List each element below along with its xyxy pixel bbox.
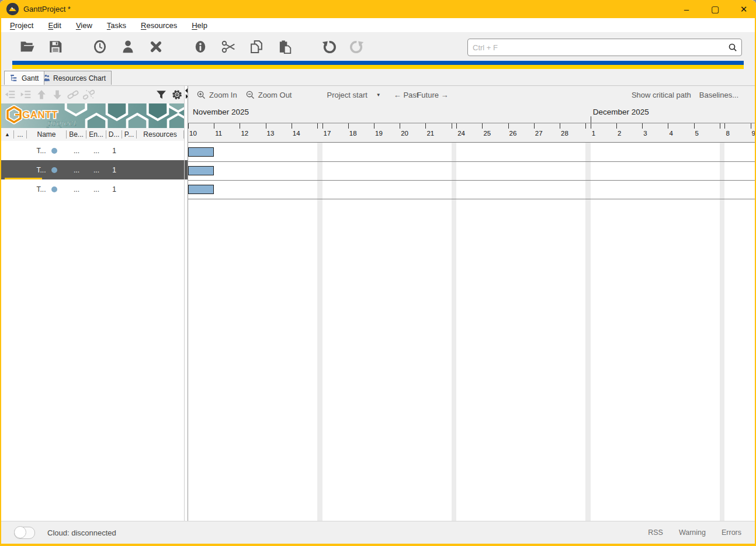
chart-row-separator: [188, 199, 755, 199]
timeline-day-cell: 17: [322, 123, 348, 143]
ganttproject-logo-banner: GANTT project: [1, 103, 184, 128]
paste-button[interactable]: [276, 39, 293, 55]
task-name-cell: T...: [27, 147, 67, 155]
menu-view[interactable]: View: [72, 20, 96, 31]
link-tasks-button: [66, 88, 80, 101]
timeline-day-cell: 18: [348, 123, 374, 143]
weekend-band: [585, 143, 591, 521]
menu-resources[interactable]: Resources: [137, 20, 181, 31]
task-color-dot: [51, 148, 57, 154]
scroll-future-button[interactable]: Future →: [417, 91, 448, 99]
timeline-day-cell: 14: [292, 123, 317, 143]
undo-button[interactable]: [321, 39, 337, 55]
menu-edit[interactable]: Edit: [44, 20, 65, 31]
table-row[interactable]: T.........1: [1, 141, 184, 160]
chevron-down-icon: ▼: [376, 92, 381, 98]
column-header-[interactable]: ...: [14, 130, 27, 139]
column-header-p[interactable]: P...: [122, 130, 137, 139]
menu-tasks[interactable]: Tasks: [103, 20, 130, 31]
properties-button[interactable]: [192, 39, 209, 55]
menu-help[interactable]: Help: [188, 20, 211, 31]
zoom-out-button[interactable]: Zoom Out: [245, 90, 292, 100]
delete-button[interactable]: [148, 39, 164, 55]
show-critical-path-button[interactable]: Show critical path: [632, 91, 691, 99]
search-input[interactable]: [468, 43, 728, 52]
timeline-day-cell: 5: [694, 123, 720, 143]
task-end-cell: ...: [86, 185, 106, 193]
task-table-header: ▲...NameBe...En...D...P...Resources: [1, 128, 184, 141]
chart-row-separator: [188, 161, 755, 162]
new-task-button[interactable]: [92, 39, 108, 55]
baselines-button[interactable]: Baselines...: [699, 91, 738, 99]
timeline-weekend-cell: [720, 123, 725, 143]
timeline-day-cell: 10: [188, 123, 214, 143]
task-bar[interactable]: [188, 166, 214, 175]
task-end-cell: ...: [86, 166, 106, 174]
chart-row-separator: [188, 180, 755, 181]
open-project-button[interactable]: [19, 39, 36, 55]
search-icon[interactable]: [728, 43, 737, 52]
task-table-panel: GANTT project ▲...NameBe...En...D...P...…: [1, 86, 184, 521]
minimize-button[interactable]: –: [681, 0, 692, 18]
column-header-resources[interactable]: Resources: [137, 130, 184, 139]
menubar: ProjectEditViewTasksResourcesHelp: [1, 18, 755, 32]
flag-stripe-blue: [12, 61, 744, 65]
unlink-tasks-button: [82, 88, 96, 101]
save-project-button[interactable]: [47, 39, 64, 55]
maximize-button[interactable]: ▢: [710, 0, 720, 18]
task-begin-cell: ...: [67, 166, 86, 174]
status-link-errors[interactable]: Errors: [722, 528, 741, 537]
timeline-day-cell: 20: [400, 123, 425, 143]
column-header-[interactable]: ▲: [1, 130, 14, 139]
task-bar[interactable]: [188, 147, 214, 157]
timeline-day-cell: 1: [591, 123, 616, 143]
main-area: GANTT project ▲...NameBe...En...D...P...…: [1, 85, 755, 521]
status-link-warning[interactable]: Warning: [679, 528, 706, 537]
project-start-dropdown[interactable]: Project start ▼: [327, 91, 380, 99]
task-table-rows: T.........1T.........1T.........1: [1, 141, 184, 199]
close-button[interactable]: ✕: [738, 0, 749, 18]
column-header-name[interactable]: Name: [27, 130, 67, 139]
cloud-toggle[interactable]: [14, 527, 35, 539]
view-tabbar: Gantt Resources Chart: [1, 69, 755, 85]
weekend-band: [720, 143, 725, 521]
main-toolbar: [1, 32, 755, 61]
task-bar[interactable]: [188, 185, 214, 194]
task-duration-cell: 1: [106, 166, 122, 174]
filter-button[interactable]: [154, 88, 168, 101]
new-resource-button[interactable]: [120, 39, 136, 55]
table-row[interactable]: T.........1: [1, 179, 184, 199]
weekend-band: [317, 143, 322, 521]
cut-button[interactable]: [220, 39, 237, 55]
column-header-be[interactable]: Be...: [67, 130, 86, 139]
status-link-rss[interactable]: RSS: [648, 528, 663, 537]
copy-button[interactable]: [248, 39, 265, 55]
column-header-d[interactable]: D...: [106, 130, 122, 139]
timeline-day-cell: 25: [482, 123, 508, 143]
timeline-day-cell: 19: [374, 123, 400, 143]
table-row[interactable]: T.........1: [1, 160, 184, 179]
timeline-day-cell: 9: [751, 123, 755, 143]
task-name-cell: T...: [27, 185, 67, 193]
chart-body[interactable]: [188, 143, 755, 521]
zoom-in-button[interactable]: Zoom In: [196, 90, 237, 100]
settings-gear-button[interactable]: [170, 88, 184, 101]
timeline-weekend-cell: [317, 123, 322, 143]
task-color-dot: [51, 186, 57, 192]
search-box[interactable]: [467, 39, 742, 56]
cloud-status-label: Cloud: disconnected: [47, 528, 116, 537]
scroll-past-button[interactable]: ← Past: [394, 91, 419, 99]
menu-project[interactable]: Project: [6, 20, 37, 31]
timeline-day-cell: 13: [266, 123, 292, 143]
column-header-en[interactable]: En...: [86, 130, 106, 139]
tab-resources-chart[interactable]: Resources Chart: [36, 71, 112, 85]
window-border-left: [0, 0, 1, 546]
move-task-up-button: [34, 88, 48, 101]
task-duration-cell: 1: [106, 147, 122, 155]
zoom-out-icon: [245, 90, 255, 100]
tab-gantt[interactable]: Gantt: [4, 71, 44, 85]
titlebar: GanttProject * –▢✕: [0, 0, 756, 18]
move-task-down-button: [50, 88, 64, 101]
timeline-weekend-cell: [452, 123, 457, 143]
app-logo-icon: [6, 3, 19, 15]
